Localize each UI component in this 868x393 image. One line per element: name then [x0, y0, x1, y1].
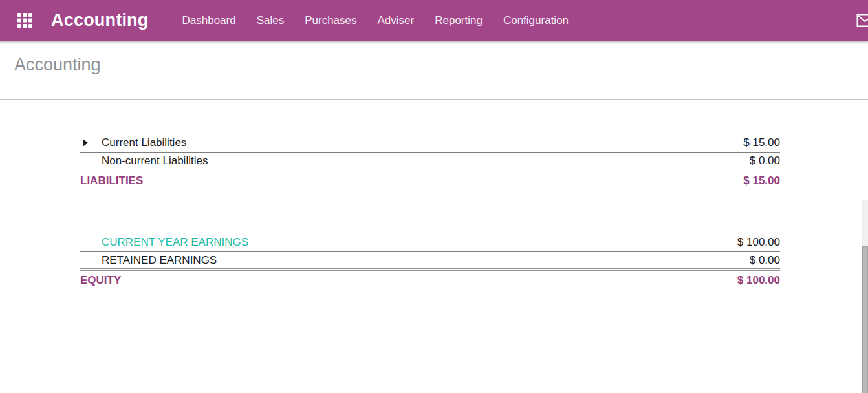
- row-amount: $ 0.00: [750, 154, 780, 167]
- total-amount: $ 15.00: [743, 175, 780, 187]
- expand-caret-icon[interactable]: [83, 139, 88, 147]
- menu-item-sales[interactable]: Sales: [246, 1, 295, 40]
- balance-sheet-report: Current Liabilities $ 15.00 Non-current …: [80, 134, 780, 290]
- report-row-current-year-earnings[interactable]: CURRENT YEAR EARNINGS $ 100.00: [80, 233, 780, 252]
- row-amount: $ 0.00: [750, 254, 780, 267]
- main-menu: Dashboard Sales Purchases Adviser Report…: [172, 1, 580, 40]
- row-label: Current Liabilities: [80, 136, 743, 149]
- report-row-equity-total: EQUITY $ 100.00: [80, 271, 780, 290]
- menu-item-configuration[interactable]: Configuration: [493, 1, 579, 40]
- menu-item-reporting[interactable]: Reporting: [424, 1, 493, 40]
- vertical-scrollbar-thumb[interactable]: [862, 246, 868, 393]
- report-row-liabilities-total: LIABILITIES $ 15.00: [80, 171, 780, 190]
- top-navbar: Accounting Dashboard Sales Purchases Adv…: [0, 0, 868, 41]
- vertical-scrollbar-track[interactable]: [862, 200, 868, 393]
- menu-item-dashboard[interactable]: Dashboard: [172, 1, 246, 40]
- total-label: EQUITY: [80, 274, 737, 287]
- apps-grid-icon[interactable]: [17, 13, 32, 28]
- report-row-retained-earnings[interactable]: RETAINED EARNINGS $ 0.00: [80, 252, 780, 271]
- envelope-icon[interactable]: [856, 14, 868, 27]
- section-gap: [80, 190, 780, 233]
- menu-item-purchases[interactable]: Purchases: [294, 1, 367, 40]
- row-label: RETAINED EARNINGS: [80, 254, 750, 267]
- breadcrumb[interactable]: Accounting: [14, 55, 101, 75]
- report-content-area: Current Liabilities $ 15.00 Non-current …: [0, 100, 868, 393]
- row-amount: $ 15.00: [743, 136, 780, 149]
- row-label: Non-current Liabilities: [80, 154, 750, 167]
- total-label: LIABILITIES: [80, 175, 743, 187]
- report-row-noncurrent-liabilities[interactable]: Non-current Liabilities $ 0.00: [80, 153, 780, 171]
- app-title[interactable]: Accounting: [51, 10, 149, 30]
- row-label: CURRENT YEAR EARNINGS: [80, 236, 737, 249]
- control-panel: Accounting: [0, 41, 868, 100]
- row-amount: $ 100.00: [737, 236, 780, 249]
- menu-item-adviser[interactable]: Adviser: [367, 1, 425, 40]
- report-row-current-liabilities[interactable]: Current Liabilities $ 15.00: [80, 134, 780, 153]
- total-amount: $ 100.00: [737, 274, 780, 287]
